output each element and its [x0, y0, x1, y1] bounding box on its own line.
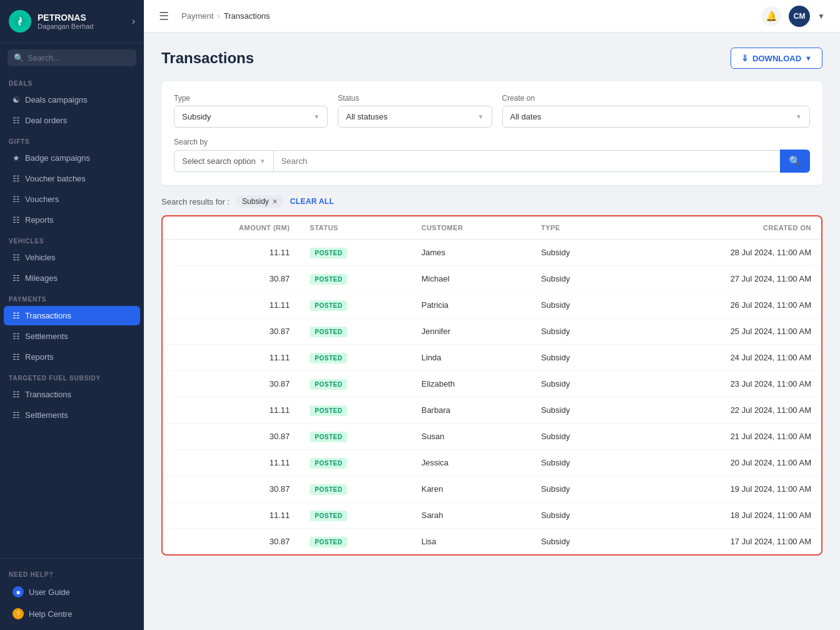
create-on-chevron-icon: ▼ — [796, 113, 802, 120]
cell-amount: 11.11 — [163, 450, 300, 476]
topbar: ☰ Payment › Transactions 🔔 CM ▼ — [144, 0, 840, 33]
sidebar-item-label: Deal orders — [25, 116, 67, 125]
sidebar-item-label: Help Centre — [29, 609, 72, 619]
sidebar-item-voucher-batches[interactable]: ☷ Voucher batches — [4, 169, 140, 188]
breadcrumb-separator: › — [217, 11, 220, 21]
search-input[interactable] — [273, 150, 780, 172]
tfs-settlements-icon: ☷ — [13, 410, 20, 420]
sidebar-search-input[interactable] — [28, 53, 130, 63]
cell-customer: Jennifer — [412, 318, 531, 345]
status-badge: POSTED — [310, 300, 347, 311]
chevron-down-icon[interactable]: ▼ — [817, 12, 825, 21]
breadcrumb-current: Transactions — [224, 11, 270, 21]
sidebar-item-settlements[interactable]: ☷ Settlements — [4, 327, 140, 346]
cell-customer: Karen — [412, 476, 531, 502]
sidebar-item-transactions[interactable]: ☷ Transactions — [4, 306, 140, 325]
need-help-label: NEED HELP? — [0, 564, 144, 581]
status-badge: POSTED — [310, 537, 347, 547]
sidebar-item-gifts-reports[interactable]: ☷ Reports — [4, 210, 140, 230]
sidebar-item-payments-reports[interactable]: ☷ Reports — [4, 347, 140, 367]
hamburger-icon[interactable]: ☰ — [159, 9, 169, 23]
need-help-section: NEED HELP? ■ User Guide ? Help Centre — [0, 558, 144, 630]
cell-type: Subsidy — [531, 318, 626, 345]
status-badge: POSTED — [310, 484, 347, 495]
clear-all-button[interactable]: CLEAR ALL — [290, 197, 334, 206]
search-option-label: Select search option — [182, 156, 256, 166]
sidebar-item-vouchers[interactable]: ☷ Vouchers — [4, 190, 140, 209]
type-select[interactable]: Subsidy ▼ — [174, 106, 328, 128]
payments-report-icon: ☷ — [13, 352, 20, 362]
search-tag-remove[interactable]: ✕ — [272, 198, 278, 206]
table-row[interactable]: 30.87 POSTED Lisa Subsidy 17 Jul 2024, 1… — [163, 529, 821, 555]
create-on-select[interactable]: All dates ▼ — [502, 106, 811, 128]
table-row[interactable]: 30.87 POSTED Susan Subsidy 21 Jul 2024, … — [163, 424, 821, 450]
cell-created-on: 24 Jul 2024, 11:00 AM — [625, 345, 821, 371]
search-tag: Subsidy ✕ — [236, 195, 284, 208]
table-row[interactable]: 11.11 POSTED Patricia Subsidy 26 Jul 202… — [163, 292, 821, 318]
gift-icon: ★ — [13, 153, 20, 163]
type-value: Subsidy — [182, 112, 211, 121]
breadcrumb-parent[interactable]: Payment — [181, 11, 213, 21]
cell-created-on: 27 Jul 2024, 11:00 AM — [625, 266, 821, 292]
cell-created-on: 21 Jul 2024, 11:00 AM — [625, 424, 821, 450]
search-button[interactable]: 🔍 — [780, 150, 810, 173]
cell-type: Subsidy — [531, 345, 626, 371]
download-icon: ⇓ — [741, 53, 749, 63]
status-badge: POSTED — [310, 511, 347, 521]
filter-type-group: Type Subsidy ▼ — [174, 94, 328, 128]
doc-icon: ☷ — [13, 195, 20, 204]
status-badge: POSTED — [310, 458, 347, 469]
table-row[interactable]: 11.11 POSTED Linda Subsidy 24 Jul 2024, … — [163, 345, 821, 371]
table-row[interactable]: 11.11 POSTED Barbara Subsidy 22 Jul 2024… — [163, 397, 821, 424]
sidebar-search-box[interactable]: 🔍 — [8, 49, 136, 66]
sidebar-item-help-centre[interactable]: ? Help Centre — [4, 603, 140, 624]
cell-type: Subsidy — [531, 450, 626, 476]
sidebar-item-tfs-transactions[interactable]: ☷ Transactions — [4, 385, 140, 404]
table-row[interactable]: 30.87 POSTED Karen Subsidy 19 Jul 2024, … — [163, 476, 821, 502]
sidebar-item-deal-orders[interactable]: ☷ Deal orders — [4, 111, 140, 130]
filter-card: Type Subsidy ▼ Status All statuses ▼ Cre… — [161, 81, 822, 185]
table-row[interactable]: 30.87 POSTED Elizabeth Subsidy 23 Jul 20… — [163, 371, 821, 397]
sidebar-item-badge-campaigns[interactable]: ★ Badge campaigns — [4, 148, 140, 168]
status-badge: POSTED — [310, 248, 347, 258]
page-content: Transactions ⇓ DOWNLOAD ▼ Type Subsidy ▼… — [144, 33, 840, 630]
sidebar-item-label: Transactions — [25, 311, 71, 320]
table-row[interactable]: 30.87 POSTED Michael Subsidy 27 Jul 2024… — [163, 266, 821, 292]
search-button-icon: 🔍 — [789, 155, 801, 167]
table-body: 11.11 POSTED James Subsidy 28 Jul 2024, … — [163, 240, 821, 555]
table-row[interactable]: 30.87 POSTED Jennifer Subsidy 25 Jul 202… — [163, 318, 821, 345]
table-row[interactable]: 11.11 POSTED James Subsidy 28 Jul 2024, … — [163, 240, 821, 266]
status-select[interactable]: All statuses ▼ — [338, 106, 492, 128]
sidebar-item-mileages[interactable]: ☷ Mileages — [4, 268, 140, 288]
cell-created-on: 17 Jul 2024, 11:00 AM — [625, 529, 821, 555]
cell-type: Subsidy — [531, 266, 626, 292]
notification-bell[interactable]: 🔔 — [761, 6, 781, 26]
section-gifts-label: GIFTS — [0, 131, 144, 148]
cell-customer: Jessica — [412, 450, 531, 476]
search-option-chevron-icon: ▼ — [260, 158, 266, 165]
cell-created-on: 28 Jul 2024, 11:00 AM — [625, 240, 821, 266]
section-payments-label: PAYMENTS — [0, 288, 144, 305]
shield-icon: ■ — [13, 586, 24, 597]
search-by-group: Search by Select search option ▼ 🔍 — [174, 138, 810, 173]
table-row[interactable]: 11.11 POSTED Jessica Subsidy 20 Jul 2024… — [163, 450, 821, 476]
table-row[interactable]: 11.11 POSTED Sarah Subsidy 18 Jul 2024, … — [163, 502, 821, 529]
cell-type: Subsidy — [531, 397, 626, 424]
sidebar-item-tfs-settlements[interactable]: ☷ Settlements — [4, 405, 140, 425]
sidebar-item-vehicles[interactable]: ☷ Vehicles — [4, 248, 140, 267]
download-button[interactable]: ⇓ DOWNLOAD ▼ — [731, 48, 822, 69]
col-type: TYPE — [531, 216, 626, 240]
search-option-select[interactable]: Select search option ▼ — [174, 150, 273, 172]
transactions-icon: ☷ — [13, 311, 20, 320]
filter-status-group: Status All statuses ▼ — [338, 94, 492, 128]
transactions-table: AMOUNT (RM) STATUS CUSTOMER TYPE CREATED… — [163, 216, 821, 554]
page-header: Transactions ⇓ DOWNLOAD ▼ — [161, 48, 822, 69]
avatar[interactable]: CM — [789, 6, 810, 27]
sidebar-item-user-guide[interactable]: ■ User Guide — [4, 581, 140, 602]
map-icon: ☷ — [13, 273, 20, 283]
cell-amount: 30.87 — [163, 371, 300, 397]
expand-icon[interactable]: › — [132, 16, 135, 27]
sidebar-item-deals-campaigns[interactable]: ☯ Deals campaigns — [4, 90, 140, 109]
cell-amount: 30.87 — [163, 529, 300, 555]
svg-point-1 — [19, 20, 22, 23]
